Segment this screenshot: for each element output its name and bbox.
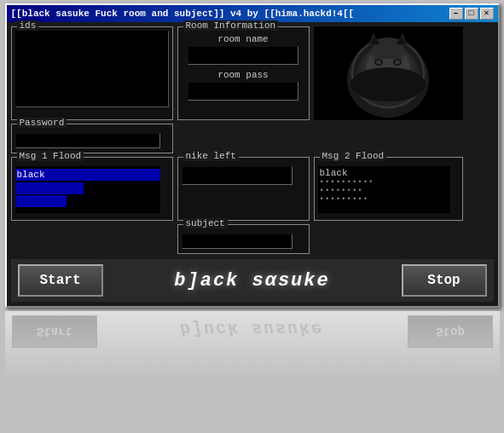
- password-panel: Password: [11, 124, 173, 153]
- bottom-bar: Start b]ack sαsuke Stop: [11, 259, 494, 302]
- msg2-label: Msg 2 Flood: [320, 151, 387, 161]
- room-pass-label: room pass: [217, 70, 268, 80]
- msg2-content: black: [320, 168, 449, 178]
- password-label: Password: [17, 118, 67, 128]
- ids-panel: ids: [11, 26, 173, 120]
- room-name-input[interactable]: [188, 46, 298, 65]
- minimize-button[interactable]: –: [449, 8, 463, 20]
- reflection-stop: Stop: [408, 315, 493, 348]
- msg2-panel: Msg 2 Flood black •••••••••• •••••••• ••…: [314, 157, 463, 221]
- msg2-dots1: ••••••••••: [320, 178, 449, 187]
- msg1-selection-bar1: [15, 182, 84, 194]
- svg-point-8: [376, 61, 381, 65]
- msg1-label: Msg 1 Flood: [17, 151, 84, 161]
- close-button[interactable]: ✕: [480, 8, 494, 20]
- msg1-panel: Msg 1 Flood black: [11, 157, 173, 221]
- window-title: [[black sasuke Fuck room and subject]] v…: [11, 9, 355, 19]
- room-pass-input[interactable]: [188, 82, 298, 101]
- msg2-dots2: ••••••••: [320, 187, 449, 195]
- subject-spacer: [11, 224, 173, 254]
- main-window: [[black sasuke Fuck room and subject]] v…: [5, 3, 500, 308]
- room-panel: Room Information room name room pass: [177, 26, 310, 120]
- password-row: Password: [11, 124, 494, 153]
- msg2-dots3: •••••••••: [320, 195, 449, 204]
- room-panel-inner: room name room pass: [182, 34, 305, 101]
- top-row: ids Room Information room name room pass: [11, 26, 494, 120]
- middle-row: Msg 1 Flood black nike left Msg 2 Flood …: [11, 157, 494, 221]
- stop-button[interactable]: Stop: [402, 264, 487, 297]
- subject-input[interactable]: [182, 234, 293, 249]
- svg-point-9: [395, 61, 400, 65]
- subject-row: subject: [11, 224, 494, 254]
- start-button[interactable]: Start: [18, 264, 103, 297]
- nike-label: nike left: [183, 151, 239, 161]
- subject-label: subject: [183, 218, 228, 228]
- ids-textarea[interactable]: [15, 31, 169, 107]
- nike-panel: nike left: [177, 157, 310, 221]
- reflection-area: Start b]uck susuke Stop: [5, 311, 500, 379]
- main-content: ids Room Information room name room pass: [7, 22, 498, 306]
- msg1-selected-line: black: [15, 169, 160, 181]
- msg1-selection-bar2: [15, 195, 67, 207]
- lion-image: [314, 26, 463, 120]
- room-name-label: room name: [217, 34, 268, 44]
- nike-input[interactable]: [182, 166, 293, 185]
- room-panel-label: Room Information: [183, 20, 279, 31]
- titlebar: [[black sasuke Fuck room and subject]] v…: [7, 5, 498, 22]
- titlebar-buttons: – □ ✕: [449, 8, 494, 20]
- lion-panel: [314, 26, 463, 120]
- maximize-button[interactable]: □: [465, 8, 478, 20]
- reflection-start: Start: [12, 315, 97, 348]
- password-input[interactable]: [15, 133, 160, 148]
- reflection-brand: b]uck susuke: [180, 319, 323, 338]
- svg-point-16: [350, 67, 426, 101]
- subject-panel: subject: [177, 224, 310, 254]
- brand-text: b]ack sαsuke: [174, 270, 329, 292]
- ids-label: ids: [17, 20, 39, 31]
